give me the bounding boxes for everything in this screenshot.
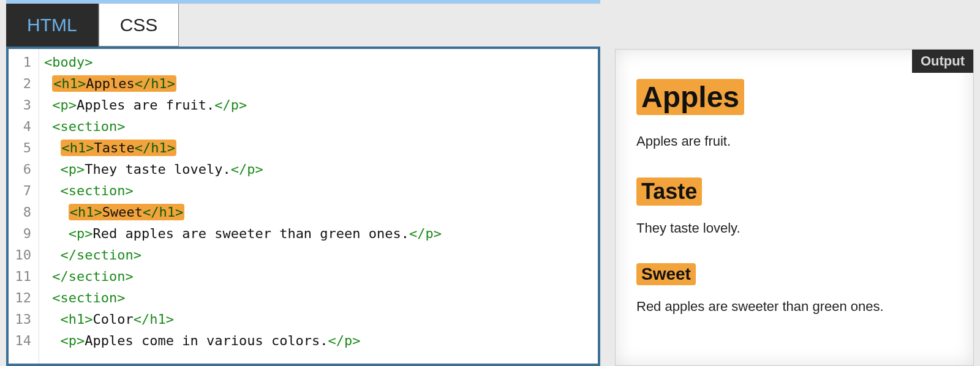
code-line[interactable]: <h1>Apples</h1>: [39, 73, 598, 94]
editor-column: HTML CSS 1234567891011121314 <body> <h1>…: [6, 0, 600, 366]
code-text: Apples are fruit.: [77, 97, 214, 113]
output-heading-sweet: Sweet: [636, 263, 696, 285]
code-line[interactable]: <h1>Sweet</h1>: [39, 201, 598, 223]
code-line[interactable]: <p>Apples come in various colors.</p>: [39, 330, 598, 351]
code-editor[interactable]: 1234567891011121314 <body> <h1>Apples</h…: [6, 47, 600, 366]
tab-bar: HTML CSS: [6, 0, 600, 47]
code-text: They taste lovely.: [85, 162, 230, 177]
code-text: Color: [92, 312, 133, 327]
code-content[interactable]: <body> <h1>Apples</h1> <p>Apples are fru…: [39, 49, 598, 364]
line-number: 10: [9, 244, 39, 266]
line-number: 3: [9, 94, 39, 116]
code-tag: </p>: [328, 333, 361, 348]
output-heading-taste: Taste: [636, 177, 702, 206]
line-number: 5: [9, 137, 39, 159]
code-tag: </p>: [409, 226, 442, 241]
code-line[interactable]: <h1>Taste</h1>: [39, 137, 598, 159]
highlighted-code: <h1>Taste</h1>: [61, 140, 176, 156]
line-number: 7: [9, 180, 39, 201]
code-line[interactable]: <section>: [39, 116, 598, 137]
code-tag: <h1>: [61, 312, 93, 327]
code-tag: <p>: [61, 333, 85, 348]
line-number: 9: [9, 223, 39, 244]
code-tag: </h1>: [134, 312, 174, 327]
line-number: 1: [9, 51, 39, 73]
code-tag: <section>: [52, 290, 125, 305]
output-paragraph: They taste lovely.: [636, 220, 952, 236]
code-text: Apples: [86, 76, 134, 91]
code-text: Taste: [94, 140, 134, 155]
line-number: 11: [9, 266, 39, 287]
highlighted-code: <h1>Apples</h1>: [52, 75, 176, 92]
output-paragraph: Red apples are sweeter than green ones.: [636, 299, 952, 315]
line-number: 8: [9, 201, 39, 223]
line-number: 4: [9, 116, 39, 137]
code-tag: <h1>: [62, 140, 94, 155]
code-text: Sweet: [102, 204, 143, 220]
code-text: Apples come in various colors.: [85, 333, 328, 348]
code-tag: </section>: [61, 247, 141, 263]
output-paragraph: Apples are fruit.: [636, 133, 952, 149]
tab-html[interactable]: HTML: [6, 4, 99, 47]
code-line[interactable]: <p>Red apples are sweeter than green one…: [39, 223, 598, 244]
line-number: 14: [9, 330, 39, 351]
code-line[interactable]: <section>: [39, 180, 598, 201]
code-line[interactable]: </section>: [39, 266, 598, 287]
code-line[interactable]: <section>: [39, 287, 598, 308]
line-number: 2: [9, 73, 39, 94]
output-label: Output: [912, 50, 973, 73]
code-tag: <p>: [69, 226, 93, 241]
code-tag: </section>: [52, 269, 133, 284]
output-panel: Output Apples Apples are fruit. Taste Th…: [615, 49, 974, 366]
code-text: Red apples are sweeter than green ones.: [93, 226, 410, 241]
code-tag: <h1>: [70, 204, 102, 220]
code-tag: <h1>: [53, 76, 86, 91]
code-tag: <p>: [61, 162, 85, 177]
code-tag: </h1>: [143, 204, 183, 220]
highlighted-code: <h1>Sweet</h1>: [69, 204, 184, 220]
output-column: Output Apples Apples are fruit. Taste Th…: [615, 0, 974, 366]
code-line[interactable]: <p>Apples are fruit.</p>: [39, 94, 598, 116]
code-tag: <section>: [52, 119, 125, 134]
code-line[interactable]: <body>: [39, 51, 598, 73]
output-heading-apples: Apples: [636, 79, 744, 115]
code-tag: </p>: [214, 97, 247, 113]
line-number: 13: [9, 308, 39, 330]
line-number: 6: [9, 159, 39, 180]
tab-css[interactable]: CSS: [99, 4, 179, 47]
code-tag: <section>: [61, 183, 134, 198]
code-tag: </h1>: [135, 76, 175, 91]
line-number: 12: [9, 287, 39, 308]
code-tag: <body>: [44, 54, 92, 70]
code-line[interactable]: <p>They taste lovely.</p>: [39, 159, 598, 180]
code-line[interactable]: </section>: [39, 244, 598, 266]
code-line[interactable]: <h1>Color</h1>: [39, 308, 598, 330]
code-tag: </h1>: [135, 140, 175, 155]
code-tag: </p>: [231, 162, 263, 177]
line-number-gutter: 1234567891011121314: [9, 49, 39, 364]
code-tag: <p>: [52, 97, 77, 113]
